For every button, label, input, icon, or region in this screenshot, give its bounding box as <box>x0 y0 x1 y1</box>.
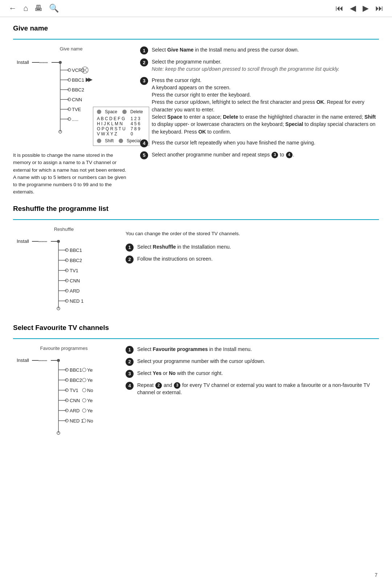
reshuffle-step1-text: Select Reshuffle in the Installation men… <box>137 243 231 250</box>
fav-step3: 3 Select Yes or No with the cursor right… <box>126 369 379 378</box>
shift-label: Shift <box>105 138 114 143</box>
next-icon[interactable]: ▶ <box>363 4 369 13</box>
print-icon[interactable]: 🖶 <box>34 4 42 13</box>
keyboard-letters-grid: A B C D E F G H I J K L M N O P Q R S T … <box>97 116 145 136</box>
give-name-desc: It is possible to change the name stored… <box>13 152 129 196</box>
section3-divider <box>13 338 379 339</box>
special-label: Special <box>127 138 141 143</box>
keyboard-num-col: 1 2 3 4 5 6 7 8 9 0 <box>131 116 140 136</box>
prev-icon[interactable]: ◀ <box>350 4 356 13</box>
svg-point-73 <box>82 388 86 392</box>
give-name-title: Give name <box>13 24 379 34</box>
give-name-diagram-title: Give name <box>13 46 129 52</box>
fav-step4-text: Repeat 2 and 3 for every TV channel or e… <box>137 381 379 396</box>
fav-ref-3: 3 <box>174 382 180 389</box>
step2-num: 2 <box>140 58 148 66</box>
kbd-row-4: V W X Y Z <box>97 131 126 136</box>
reshuffle-intro: You can change the order of the stored T… <box>126 230 379 237</box>
give-name-layout: Give name Install ┅┅┅ <box>13 46 379 196</box>
svg-text:BBC2: BBC2 <box>72 87 84 93</box>
section2-divider <box>13 219 379 220</box>
section1-divider <box>13 39 379 40</box>
give-name-left: Give name Install ┅┅┅ <box>13 46 129 196</box>
reshuffle-diagram-title: Reshuffle <box>13 226 115 232</box>
give-name-diagram: Give name Install ┅┅┅ <box>13 46 129 146</box>
reshuffle-title: Reshuffle the programme list <box>13 205 379 214</box>
svg-text:NED 1: NED 1 <box>70 418 83 424</box>
fav-step1: 1 Select Favourite programmes in the Ins… <box>126 346 379 354</box>
step5-text: Select another programme number and repe… <box>152 151 294 158</box>
reshuffle-tree-svg: Install ┅┅┅ BBC1 BBC2 <box>13 234 86 314</box>
fav-step3-num: 3 <box>126 370 134 378</box>
kbd-row-3: O P Q R S T U <box>97 126 126 131</box>
step2-text: Select the programme number. Note: keep … <box>152 58 339 73</box>
svg-text:Yes: Yes <box>87 377 93 383</box>
fav-step4-num: 4 <box>126 382 134 390</box>
nav-right: ⏮ ◀ ▶ ⏭ <box>335 4 383 13</box>
step1-num: 1 <box>140 46 148 54</box>
reshuffle-layout: Reshuffle Install ┅┅┅ BBC1 BBC2 <box>13 226 379 315</box>
svg-text:TV1: TV1 <box>70 268 78 273</box>
favourite-left: Favourite programmes Install ┅┅┅ BBC1 Ye… <box>13 346 115 441</box>
section-give-name: Give name Give name Install ┅┅┅ <box>13 24 379 196</box>
svg-text:CNN: CNN <box>70 278 80 283</box>
svg-text:TVE: TVE <box>72 107 81 112</box>
kbd-num-1: 1 2 3 <box>131 116 140 121</box>
svg-text:No: No <box>87 388 93 393</box>
svg-text:ARD: ARD <box>70 408 79 413</box>
svg-point-83 <box>82 409 86 412</box>
fav-step2-text: Select your programme number with the cu… <box>137 358 265 365</box>
section-favourite: Select Favourite TV channels Favourite p… <box>13 324 379 441</box>
svg-text:TV1: TV1 <box>70 388 78 393</box>
svg-text:No: No <box>87 418 93 424</box>
search-icon[interactable]: 🔍 <box>49 4 59 13</box>
svg-point-68 <box>82 378 86 382</box>
svg-text:┅┅┅: ┅┅┅ <box>39 60 48 65</box>
svg-text:ARD: ARD <box>70 288 79 294</box>
fav-step1-text: Select Favourite programmes in the Insta… <box>137 346 252 353</box>
svg-text:Yes: Yes <box>87 398 93 403</box>
svg-text:┅┅┅: ┅┅┅ <box>38 358 47 363</box>
favourite-layout: Favourite programmes Install ┅┅┅ BBC1 Ye… <box>13 346 379 441</box>
nav-left: ← ⌂ 🖶 🔍 <box>9 4 59 13</box>
fav-ref-2: 2 <box>155 382 162 389</box>
reshuffle-step2-num: 2 <box>126 256 134 264</box>
give-name-step2: 2 Select the programme number. Note: kee… <box>140 58 379 73</box>
reshuffle-step1-num: 1 <box>126 244 134 252</box>
svg-text:BBC1: BBC1 <box>70 367 82 373</box>
step1-text: Select Give Name in the Install menu and… <box>152 46 299 53</box>
fav-step4: 4 Repeat 2 and 3 for every TV channel or… <box>126 381 379 396</box>
give-name-step1: 1 Select Give Name in the Install menu a… <box>140 46 379 54</box>
kbd-row-1: A B C D E F G <box>97 116 126 121</box>
kbd-num-3: 7 8 9 <box>131 126 140 131</box>
step3-num: 3 <box>140 77 148 85</box>
special-dot <box>119 139 123 143</box>
keyboard-alpha-col: A B C D E F G H I J K L M N O P Q R S T … <box>97 116 126 136</box>
step4-num: 4 <box>140 139 148 147</box>
svg-text:Install: Install <box>17 238 29 244</box>
back-arrow-icon[interactable]: ← <box>9 4 17 13</box>
svg-text:Install: Install <box>17 358 29 363</box>
step5-num: 5 <box>140 151 148 159</box>
kbd-num-4: 0 <box>131 131 140 136</box>
kbd-row-2: H I J K L M N <box>97 121 126 126</box>
home-icon[interactable]: ⌂ <box>23 4 28 13</box>
skip-back-icon[interactable]: ⏮ <box>335 4 343 13</box>
skip-forward-icon[interactable]: ⏭ <box>375 4 383 13</box>
space-dot <box>97 110 101 114</box>
give-name-step3: 3 Press the cursor right. A keyboard app… <box>140 77 379 135</box>
give-name-step4: 4 Press the cursor left repeatedly when … <box>140 139 379 147</box>
favourite-diagram-title: Favourite programmes <box>13 346 115 351</box>
reshuffle-step2: 2 Follow the instructions on screen. <box>126 255 379 264</box>
fav-step2-num: 2 <box>126 358 134 366</box>
svg-text:BBC2: BBC2 <box>70 258 82 263</box>
svg-text:Yes: Yes <box>87 367 93 373</box>
step3-text: Press the cursor right. A keyboard appea… <box>152 77 379 135</box>
ref-3: 3 <box>271 152 278 158</box>
reshuffle-step2-text: Follow the instructions on screen. <box>137 255 213 262</box>
svg-text:NED 1: NED 1 <box>70 298 83 304</box>
main-content: Give name Give name Install ┅┅┅ <box>0 17 392 456</box>
favourite-tree-svg: Install ┅┅┅ BBC1 Yes BBC2 <box>13 353 93 440</box>
svg-text:BBC1: BBC1 <box>70 248 82 253</box>
svg-text:Yes: Yes <box>87 408 93 413</box>
